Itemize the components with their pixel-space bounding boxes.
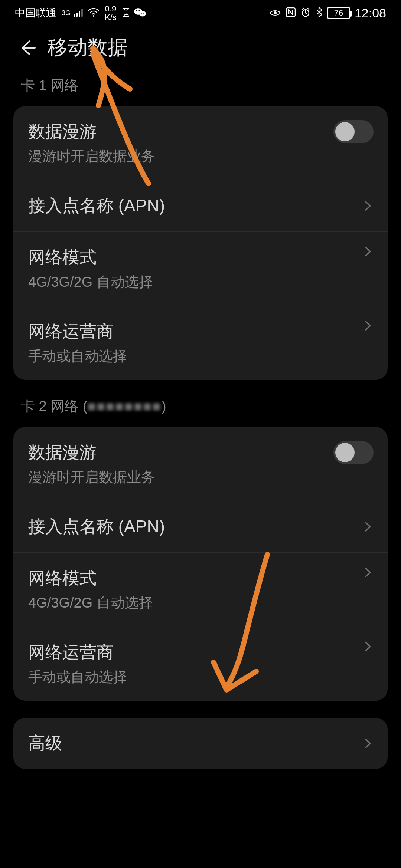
net-speed-value: 0.9 [105,4,117,13]
svg-point-11 [274,11,277,14]
svg-rect-3 [81,9,83,17]
back-button[interactable] [19,39,36,57]
carrier-subtitle: 手动或自动选择 [28,347,356,366]
svg-point-7 [136,10,137,11]
alarm-icon [300,7,311,19]
bluetooth-icon [315,7,323,20]
chevron-right-icon [362,641,374,652]
data-roaming-subtitle: 漫游时开启数据业务 [28,468,333,487]
network-mode-row-sim2[interactable]: 网络模式 4G/3G/2G 自动选择 [13,552,388,627]
svg-rect-0 [74,14,75,17]
data-roaming-toggle-sim1[interactable] [333,120,374,143]
title-bar: 移动数据 [0,26,401,76]
carrier-label: 中国联通 [15,6,56,20]
section-2-label-tail: ) [162,398,166,414]
svg-point-10 [143,13,144,14]
chevron-right-icon [362,200,374,211]
status-bar: 中国联通 3G 0.9 K/s 76 [0,0,401,26]
hourglass-icon [122,7,131,19]
section-2-card: 数据漫游 漫游时开启数据业务 接入点名称 (APN) 网络模式 4G/3G/2G… [13,427,388,701]
nfc-icon [286,7,296,19]
status-bar-right: 76 12:08 [269,6,386,20]
chevron-right-icon [362,521,374,532]
apn-title: 接入点名称 (APN) [28,515,356,538]
status-bar-left: 中国联通 3G 0.9 K/s [15,4,146,22]
chevron-right-icon [362,567,374,578]
carrier-row-sim2[interactable]: 网络运营商 手动或自动选择 [13,627,388,701]
wechat-icon [134,7,146,19]
data-roaming-row-sim2[interactable]: 数据漫游 漫游时开启数据业务 [13,427,388,501]
data-roaming-toggle-sim2[interactable] [333,441,374,464]
network-mode-title: 网络模式 [28,567,356,590]
carrier-subtitle: 手动或自动选择 [28,668,356,687]
advanced-card: 高级 [13,718,388,769]
network-gen-badge: 3G [62,9,71,17]
section-2-label: 卡 2 网络 ( [21,398,87,414]
carrier-row-sim1[interactable]: 网络运营商 手动或自动选择 [13,306,388,380]
carrier-title: 网络运营商 [28,320,356,343]
chevron-right-icon [362,320,374,331]
eye-icon [269,7,281,19]
network-mode-subtitle: 4G/3G/2G 自动选择 [28,594,356,612]
svg-point-6 [139,11,146,16]
advanced-title: 高级 [28,732,356,755]
net-speed-unit: K/s [105,13,117,22]
svg-point-8 [138,10,140,11]
carrier-title: 网络运营商 [28,641,356,664]
data-roaming-subtitle: 漫游时开启数据业务 [28,147,333,166]
status-clock: 12:08 [355,6,386,20]
battery-indicator: 76 [327,7,350,19]
network-mode-title: 网络模式 [28,246,356,269]
data-roaming-title: 数据漫游 [28,441,333,464]
apn-row-sim1[interactable]: 接入点名称 (APN) [13,180,388,231]
svg-rect-2 [79,11,80,17]
advanced-row[interactable]: 高级 [13,718,388,769]
net-speed-indicator: 0.9 K/s [105,4,117,22]
chevron-right-icon [362,738,374,749]
signal-bars-icon [74,7,85,19]
section-1-card: 数据漫游 漫游时开启数据业务 接入点名称 (APN) 网络模式 4G/3G/2G… [13,106,388,380]
data-roaming-row-sim1[interactable]: 数据漫游 漫游时开启数据业务 [13,106,388,180]
section-2-header: 卡 2 网络 (■■■■■■■■) [0,397,401,427]
page-title: 移动数据 [48,34,128,61]
chevron-right-icon [362,246,374,257]
battery-percent: 76 [334,8,343,18]
back-arrow-icon [19,39,36,57]
apn-title: 接入点名称 (APN) [28,194,356,217]
network-mode-row-sim1[interactable]: 网络模式 4G/3G/2G 自动选择 [13,231,388,306]
data-roaming-title: 数据漫游 [28,120,333,143]
svg-point-9 [141,13,142,14]
section-1-header: 卡 1 网络 [0,76,401,106]
svg-point-4 [93,15,94,17]
wifi-icon [88,7,100,19]
apn-row-sim2[interactable]: 接入点名称 (APN) [13,501,388,552]
svg-rect-1 [76,13,78,17]
network-mode-subtitle: 4G/3G/2G 自动选择 [28,273,356,292]
section-2-redacted: ■■■■■■■■ [87,398,162,414]
